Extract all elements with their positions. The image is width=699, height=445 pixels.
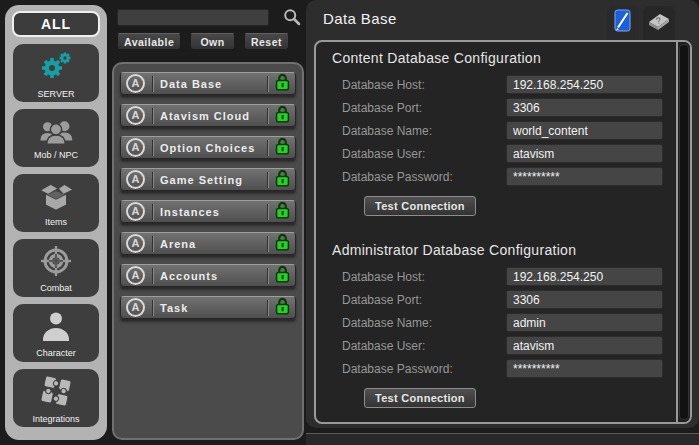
unlocked-lock-icon [275,200,290,223]
field-label: Database Port: [338,101,506,115]
unlocked-lock-icon [275,72,290,95]
unlocked-lock-icon [275,168,290,191]
content-db-user-input[interactable] [506,144,663,163]
scrollbar-track [676,42,690,422]
module-row-database[interactable]: A Data Base [120,72,296,95]
sidebar-item-label: Mob / NPC [34,150,78,160]
category-sidebar: ALL [5,5,107,440]
filter-buttons: Available Own Reset [117,33,289,50]
atavism-editor-window: ALL [0,0,699,445]
atavism-logo-icon: A [126,234,145,253]
unlocked-lock-icon [275,296,290,319]
field-label: Database Name: [338,316,506,330]
unlocked-lock-icon [275,136,290,159]
reset-button[interactable]: Reset [244,33,289,50]
module-label: Accounts [160,270,260,282]
tab-edit[interactable] [607,6,639,40]
content-db-port-input[interactable] [506,98,663,117]
admin-db-name-input[interactable] [506,313,663,332]
module-row-arena[interactable]: A Arena [120,232,296,255]
atavism-logo-icon: A [126,170,145,189]
atavism-logo-icon: A [126,266,145,285]
module-row-accounts[interactable]: A Accounts [120,264,296,287]
module-label: Task [160,302,260,314]
available-button[interactable]: Available [117,33,181,50]
module-row-atavism-cloud[interactable]: A Atavism Cloud [120,104,296,127]
content-db-host-input[interactable] [506,75,663,94]
search-icon[interactable] [283,8,301,30]
field-label: Database Port: [338,293,506,307]
module-label: Data Base [160,78,260,90]
own-button[interactable]: Own [190,33,235,50]
search-input[interactable] [117,9,269,26]
field-label: Database Host: [338,78,506,92]
module-label: Game Setting [160,174,260,186]
section-heading-admin-db: Administrator Database Configuration [332,242,676,258]
sidebar-item-integrations[interactable]: Integrations [13,369,99,427]
sidebar-item-label: Combat [40,283,72,293]
content-db-name-input[interactable] [506,121,663,140]
sidebar-item-label: Items [45,217,67,227]
module-label: Option Choices [160,142,260,154]
page-title: Data Base [323,10,397,27]
atavism-logo-icon: A [126,298,145,317]
admin-db-port-input[interactable] [506,290,663,309]
bottom-panel-edge [306,433,699,445]
sidebar-item-label: SERVER [38,89,75,99]
open-box-icon [38,180,74,216]
unlocked-lock-icon [275,104,290,127]
section-heading-content-db: Content Database Configuration [332,50,676,66]
module-row-instances[interactable]: A Instances [120,200,296,223]
admin-db-host-input[interactable] [506,267,663,286]
field-label: Database User: [338,147,506,161]
gears-icon [38,48,74,88]
sidebar-item-label: Integrations [32,414,79,424]
test-connection-button-admin[interactable]: Test Connection [364,388,476,408]
sidebar-item-combat[interactable]: Combat [13,239,99,297]
atavism-logo-icon: A [126,202,145,221]
field-label: Database Name: [338,124,506,138]
sidebar-item-all[interactable]: ALL [12,11,100,37]
module-row-game-setting[interactable]: A Game Setting [120,168,296,191]
group-icon [38,117,74,149]
field-label: Database Password: [338,362,506,376]
content-db-password-input[interactable] [506,167,663,186]
atavism-logo-icon: A [126,106,145,125]
test-connection-button-content[interactable]: Test Connection [364,196,476,216]
crosshair-icon [39,244,73,282]
tab-help[interactable]: ? [643,6,675,40]
sidebar-item-server[interactable]: SERVER [13,44,99,102]
database-config-form: Content Database Configuration Database … [316,42,676,422]
module-row-task[interactable]: A Task [120,296,296,319]
module-label: Instances [160,206,260,218]
unlocked-lock-icon [275,264,290,287]
module-label: Atavism Cloud [160,110,260,122]
detail-pane: Data Base ? [306,0,699,428]
module-row-option-choices[interactable]: A Option Choices [120,136,296,159]
gray-book-icon: ? [646,11,672,35]
search-bar [117,9,305,27]
puzzle-icon [38,373,74,413]
field-label: Database Host: [338,270,506,284]
module-label: Arena [160,238,260,250]
sidebar-item-items[interactable]: Items [13,174,99,232]
atavism-logo-icon: A [126,138,145,157]
module-list: A Data Base A Atavism Cloud A Option Cho… [112,62,304,440]
sidebar-item-character[interactable]: Character [13,304,99,362]
sidebar-item-label: Character [36,348,76,358]
field-label: Database User: [338,339,506,353]
config-scroll-panel: Content Database Configuration Database … [314,40,692,424]
person-icon [39,309,73,347]
atavism-logo-icon: A [126,74,145,93]
admin-db-user-input[interactable] [506,336,663,355]
blue-note-pen-icon [611,7,635,39]
sidebar-item-mob-npc[interactable]: Mob / NPC [13,109,99,167]
unlocked-lock-icon [275,232,290,255]
field-label: Database Password: [338,170,506,184]
scrollbar-thumb[interactable] [679,44,689,420]
admin-db-password-input[interactable] [506,359,663,378]
